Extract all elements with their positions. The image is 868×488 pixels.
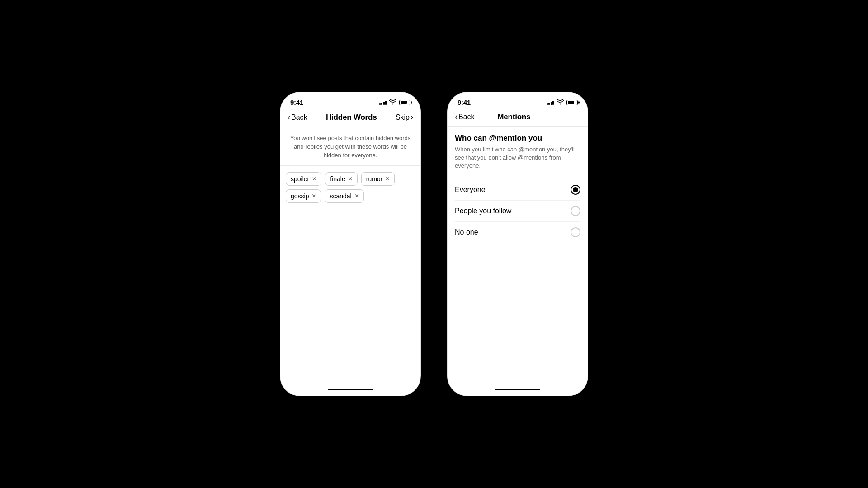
tag-rumor[interactable]: rumor ✕ (361, 172, 395, 186)
signal-icon-1 (379, 100, 387, 105)
tag-spoiler[interactable]: spoiler ✕ (286, 172, 321, 186)
remove-tag-rumor[interactable]: ✕ (385, 176, 390, 182)
tag-label-rumor: rumor (366, 175, 383, 183)
back-label-1: Back (291, 113, 307, 122)
hidden-words-description: You won't see posts that contain hidden … (280, 127, 420, 166)
chevron-left-icon-1: ‹ (288, 113, 290, 122)
radio-everyone[interactable] (571, 185, 580, 195)
status-time-1: 9:41 (290, 99, 303, 106)
mentions-inner: Who can @mention you When you limit who … (448, 127, 588, 250)
page-title-2: Mentions (497, 113, 530, 122)
status-bar-1: 9:41 (280, 92, 420, 110)
status-time-2: 9:41 (458, 99, 471, 106)
option-people-label: People you follow (455, 207, 511, 215)
option-everyone[interactable]: Everyone (455, 179, 580, 201)
home-bar-1 (328, 389, 373, 390)
tag-gossip[interactable]: gossip ✕ (286, 189, 321, 203)
nav-bar-1: ‹ Back Hidden Words Skip › (280, 110, 420, 127)
wifi-icon-2 (557, 99, 564, 106)
status-icons-2 (547, 99, 578, 106)
tag-label-spoiler: spoiler (291, 175, 309, 183)
tag-label-gossip: gossip (291, 192, 309, 200)
phone-mentions: 9:41 ‹ Back (448, 92, 588, 396)
tags-container: spoiler ✕ finale ✕ rumor ✕ gossip ✕ scan… (280, 166, 420, 209)
chevron-right-icon: › (410, 113, 413, 122)
radio-no-one[interactable] (571, 227, 580, 237)
mentions-section-title: Who can @mention you (455, 134, 580, 143)
skip-button[interactable]: Skip › (396, 113, 413, 122)
nav-bar-2: ‹ Back Mentions (448, 110, 588, 127)
page-title-1: Hidden Words (326, 113, 377, 122)
battery-icon-2 (566, 100, 578, 105)
home-bar-2 (495, 389, 540, 390)
remove-tag-gossip[interactable]: ✕ (311, 193, 316, 199)
hidden-words-content: You won't see posts that contain hidden … (280, 127, 420, 383)
mentions-content: Who can @mention you When you limit who … (448, 127, 588, 383)
phone-hidden-words: 9:41 ‹ Back (280, 92, 420, 396)
skip-label: Skip (396, 113, 410, 122)
option-everyone-label: Everyone (455, 186, 486, 194)
remove-tag-finale[interactable]: ✕ (348, 176, 353, 182)
home-indicator-2 (448, 383, 588, 396)
radio-people-you-follow[interactable] (571, 206, 580, 216)
tag-finale[interactable]: finale ✕ (325, 172, 357, 186)
remove-tag-spoiler[interactable]: ✕ (312, 176, 316, 182)
remove-tag-scandal[interactable]: ✕ (354, 193, 359, 199)
back-button-2[interactable]: ‹ Back (455, 113, 475, 122)
status-icons-1 (379, 99, 411, 106)
tag-label-scandal: scandal (330, 192, 351, 200)
home-indicator-1 (280, 383, 420, 396)
option-people-you-follow[interactable]: People you follow (455, 201, 580, 222)
signal-icon-2 (547, 100, 554, 105)
back-label-2: Back (458, 113, 475, 121)
option-no-one[interactable]: No one (455, 222, 580, 243)
battery-icon-1 (399, 100, 410, 105)
wifi-icon-1 (389, 99, 396, 106)
mentions-description: When you limit who can @mention you, the… (455, 145, 580, 170)
chevron-left-icon-2: ‹ (455, 112, 458, 122)
back-button-1[interactable]: ‹ Back (288, 113, 307, 122)
tag-scandal[interactable]: scandal ✕ (325, 189, 363, 203)
option-no-one-label: No one (455, 228, 478, 236)
tag-label-finale: finale (330, 175, 345, 183)
status-bar-2: 9:41 (448, 92, 588, 110)
